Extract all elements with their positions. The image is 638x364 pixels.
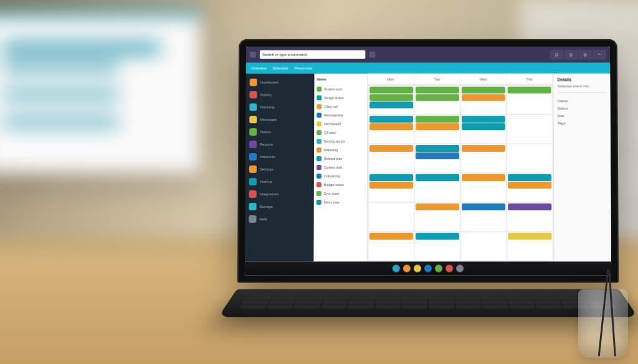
calendar-event[interactable]: [416, 145, 459, 152]
color-swatch: [317, 139, 321, 144]
calendar-cell[interactable]: [415, 232, 460, 260]
calendar-event[interactable]: [369, 182, 413, 189]
calendar-cell[interactable]: [507, 174, 552, 202]
calendar-cell[interactable]: [507, 203, 552, 231]
filter-tab[interactable]: Overview: [251, 67, 267, 70]
calendar-cell[interactable]: [369, 232, 414, 260]
calendar-cell[interactable]: [415, 115, 460, 143]
window-tab[interactable]: ⋯: [593, 50, 606, 60]
sidebar-item[interactable]: Help: [245, 213, 313, 225]
list-item[interactable]: Product sync: [317, 85, 364, 93]
list-item[interactable]: Content draft: [317, 163, 364, 172]
calendar-event[interactable]: [462, 203, 505, 210]
sidebar-item[interactable]: Activity: [246, 88, 315, 101]
calendar-cell[interactable]: [507, 144, 552, 172]
list-item[interactable]: Demo prep: [317, 198, 364, 207]
calendar-event[interactable]: [416, 152, 459, 159]
filter-tab[interactable]: Schedule: [273, 67, 288, 70]
calendar-cell[interactable]: [461, 174, 506, 202]
sidebar-item[interactable]: Messages: [245, 113, 314, 126]
calendar-cell[interactable]: [369, 203, 414, 231]
calendar-event[interactable]: [369, 94, 413, 101]
calendar-event[interactable]: [416, 174, 459, 181]
list-item[interactable]: Design review: [317, 93, 364, 102]
list-item[interactable]: Release plan: [317, 154, 364, 163]
sidebar-item[interactable]: Dashboard: [246, 76, 315, 88]
calendar-event[interactable]: [416, 203, 459, 210]
list-item[interactable]: Client call: [317, 102, 364, 111]
sidebar-item[interactable]: Planning: [245, 101, 314, 113]
sidebar-item[interactable]: Teams: [245, 126, 314, 138]
calendar-cell[interactable]: [507, 232, 552, 260]
store-icon[interactable]: [445, 264, 453, 272]
calendar-cell[interactable]: [415, 144, 460, 172]
calendar-event[interactable]: [462, 94, 505, 101]
calendar-event[interactable]: [416, 94, 459, 101]
window-tab[interactable]: D: [550, 50, 563, 60]
calendar-cell[interactable]: [461, 115, 506, 143]
calendar-event[interactable]: [369, 101, 413, 108]
calendar-event[interactable]: [508, 182, 551, 189]
sidebar-item[interactable]: Archive: [245, 175, 314, 188]
sidebar-item[interactable]: Accounts: [245, 151, 314, 163]
calendar-event[interactable]: [416, 123, 459, 130]
calendar-cell[interactable]: [507, 115, 552, 143]
list-item[interactable]: Retrospective: [317, 111, 364, 119]
calendar-event[interactable]: [508, 203, 551, 210]
sidebar-item[interactable]: Settings: [245, 163, 314, 175]
window-tab[interactable]: B: [578, 50, 592, 60]
calendar-cell[interactable]: [461, 144, 506, 172]
list-item[interactable]: Onboarding: [317, 172, 364, 180]
chat-icon[interactable]: [435, 264, 442, 272]
list-item[interactable]: Marketing: [317, 146, 364, 154]
address-bar[interactable]: Search or type a command: [260, 50, 365, 59]
calendar-event[interactable]: [416, 86, 459, 93]
calendar-event[interactable]: [462, 123, 505, 130]
browser-icon[interactable]: [403, 264, 411, 272]
search-icon[interactable]: [369, 52, 375, 58]
color-swatch: [317, 156, 321, 161]
calendar-event[interactable]: [369, 174, 413, 181]
calendar-cell[interactable]: [415, 174, 460, 202]
calendar-cell[interactable]: [461, 86, 506, 114]
calendar-event[interactable]: [462, 116, 505, 123]
calendar-cell[interactable]: [369, 174, 414, 202]
list-item[interactable]: Dev handoff: [317, 119, 364, 128]
files-icon[interactable]: [414, 264, 421, 272]
calendar-event[interactable]: [462, 174, 505, 181]
calendar-event[interactable]: [369, 86, 413, 93]
calendar-event[interactable]: [369, 145, 413, 152]
window-tab[interactable]: S: [564, 50, 578, 60]
calendar-event[interactable]: [508, 174, 551, 181]
calendar-event[interactable]: [369, 123, 413, 130]
calendar-cell[interactable]: [415, 203, 460, 231]
filter-tab[interactable]: Resources: [295, 67, 313, 70]
more-icon[interactable]: [456, 264, 464, 272]
list-item[interactable]: Budget review: [317, 180, 364, 189]
calendar-event[interactable]: [369, 116, 413, 123]
calendar-event[interactable]: [416, 233, 459, 240]
calendar-event[interactable]: [369, 233, 413, 240]
list-item[interactable]: QA pass: [317, 128, 364, 137]
calendar-cell[interactable]: [369, 86, 414, 114]
calendar-event[interactable]: [508, 233, 551, 240]
sidebar-item[interactable]: Storage: [245, 200, 314, 213]
sidebar-item[interactable]: Integrations: [245, 188, 314, 200]
calendar-event[interactable]: [462, 145, 505, 152]
mail-icon[interactable]: [424, 264, 432, 272]
calendar-cell[interactable]: [369, 115, 414, 143]
list-item[interactable]: Backlog groom: [317, 137, 364, 146]
calendar-event[interactable]: [462, 86, 505, 93]
sidebar-item[interactable]: Reports: [245, 138, 314, 151]
list-item[interactable]: Sync notes: [317, 189, 364, 198]
start-icon[interactable]: [393, 264, 400, 272]
calendar-event[interactable]: [508, 86, 551, 93]
calendar-cell[interactable]: [461, 203, 506, 231]
calendar-cell[interactable]: [369, 144, 414, 172]
calendar-cell[interactable]: [507, 86, 552, 114]
main-area: DashboardActivityPlanningMessagesTeamsRe…: [245, 73, 611, 261]
calendar-cell[interactable]: [415, 86, 460, 114]
calendar-event[interactable]: [416, 116, 459, 123]
calendar-cell[interactable]: [461, 232, 506, 260]
menu-icon[interactable]: [250, 52, 256, 58]
